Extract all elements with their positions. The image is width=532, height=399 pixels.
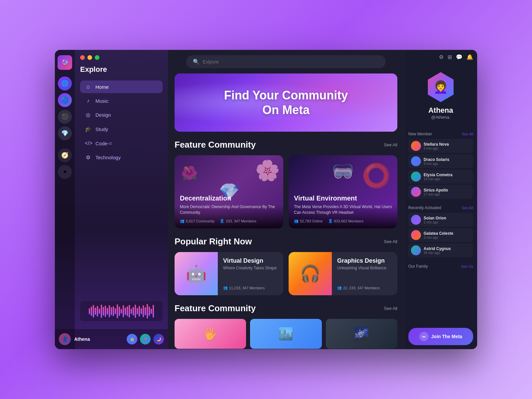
music-icon: ♪ [85, 98, 91, 104]
study-icon: 🎓 [85, 126, 91, 132]
vd-card-title: Virtual Design [223, 257, 278, 264]
nav-label-design: Design [95, 112, 111, 118]
search-bar[interactable]: 🔍 [186, 55, 386, 68]
feature-community-header: Feature Community See All [175, 140, 397, 150]
gd-card-subtitle: Unleashing Visual Brilliance [337, 266, 392, 270]
member-item-elysia[interactable]: Elysia Cometra 14 min ago [408, 170, 473, 184]
nav-item-design[interactable]: ◎ Design [80, 108, 163, 121]
traffic-lights [80, 55, 163, 60]
wave-bar [115, 308, 116, 314]
wave-bar [123, 305, 124, 317]
vd-card-subtitle: Where Creativity Takes Shape [223, 266, 278, 270]
settings-icon[interactable]: ⚙ [439, 54, 444, 60]
wave-bar [135, 305, 136, 318]
bell-icon[interactable]: 🔔 [466, 54, 473, 60]
footer-avatar-1[interactable]: 🤖 [127, 334, 137, 344]
decen-decoration: 🌸 [255, 159, 280, 182]
hero-banner: Find Your Community On Meta [175, 73, 397, 132]
user-profile: 👩‍🦱 Athena @Athena. [408, 67, 473, 125]
gd-card-title: Graphics Design [337, 257, 392, 264]
fbc1-figure: 🖐️ [175, 319, 246, 349]
card-decen-title: Decentralization [180, 195, 278, 202]
new-members-see-all[interactable]: See All [462, 132, 473, 136]
join-infinity-icon: ∞ [419, 332, 429, 341]
member-info-stellara: Stellara Nova 4 min ago [424, 142, 449, 150]
card-virtual-overlay: Virtual Environment The Meta Verse Provi… [289, 189, 397, 228]
popular-card-virtual-design[interactable]: 🤖 Virtual Design Where Creativity Takes … [175, 252, 283, 295]
feature-community2-header: Feature Community See All [175, 303, 397, 314]
member-time-draco: 9 min ago [424, 162, 449, 166]
popular-see-all[interactable]: See All [384, 239, 397, 244]
nav-item-music[interactable]: ♪ Music [80, 94, 163, 107]
main-content: 🔍 Find Your Community On Meta Feature Co… [168, 50, 404, 349]
member-item-draco[interactable]: Draco Solaris 9 min ago [408, 154, 473, 168]
vd-card-image: 🤖 [175, 252, 218, 295]
member-item-galatea[interactable]: Galatea Celeste 3 min ago [408, 228, 473, 242]
member-item-astrid[interactable]: Astrid Cygnus 34 min ago [408, 243, 473, 257]
card-decen-overlay: Decentralization More Democratic Ownersh… [175, 189, 283, 228]
app-logo: 🔮 [58, 55, 72, 70]
main-scroll[interactable]: Find Your Community On Meta Feature Comm… [168, 73, 404, 349]
sidebar-strip-eth[interactable]: 💎 [58, 126, 72, 140]
design-icon: ◎ [85, 112, 91, 118]
vd-figure: 🤖 [175, 252, 218, 295]
chat-icon[interactable]: 💬 [456, 54, 463, 60]
search-input[interactable] [203, 59, 379, 65]
recently-activated-see-all[interactable]: See All [462, 206, 473, 210]
grid-icon[interactable]: ⊞ [448, 54, 452, 60]
member-name-galatea: Galatea Celeste [424, 231, 453, 236]
sidebar-strip-orb1[interactable]: 🔵 [58, 93, 72, 107]
wave-bar [149, 307, 150, 316]
nav-item-technology[interactable]: ⚙ Technology [80, 151, 163, 164]
fbc-card-3[interactable]: 🌌 [326, 319, 397, 349]
wave-bar [147, 304, 148, 319]
wave-bar [129, 305, 130, 318]
traffic-light-yellow[interactable] [87, 55, 92, 60]
sidebar-strip-compass[interactable]: 🧭 [58, 148, 72, 162]
vd-card-members: 👥 11,233, 347 Members [223, 286, 278, 290]
popular-card-graphics-design[interactable]: 🎧 Graphics Design Unleashing Visual Bril… [289, 252, 397, 295]
wave-bar [153, 305, 154, 318]
footer-avatar-3[interactable]: 🌙 [153, 334, 164, 344]
wave-bar [131, 309, 132, 314]
decen-decoration2: 🌺 [181, 165, 198, 181]
nav-item-study[interactable]: 🎓 Study [80, 123, 163, 136]
member-time-stellara: 4 min ago [424, 147, 449, 150]
member-name-sirius: Sirius Apollo [424, 188, 448, 193]
member-item-solan[interactable]: Solan Orion 1 min ago [408, 213, 473, 227]
member-item-sirius[interactable]: Sirius Apollo 17 min ago [408, 185, 473, 199]
main-header: 🔍 [168, 50, 404, 73]
traffic-light-green[interactable] [95, 55, 99, 60]
sidebar-strip-nav[interactable]: ✦ [58, 165, 72, 179]
card-virtual-env[interactable]: ⭕ 🥽 Virtual Environment The Meta Verse P… [289, 155, 397, 228]
traffic-light-red[interactable] [80, 55, 85, 60]
join-button-label: Join The Meta [431, 334, 462, 339]
new-members-label: New Member [408, 132, 432, 136]
our-family-join-us[interactable]: Join Us [461, 264, 473, 268]
sidebar-strip-orb2[interactable]: ⚫ [58, 110, 72, 124]
feature-community2-see-all[interactable]: See All [384, 306, 397, 311]
sidebar-strip-home[interactable]: 🌐 [58, 76, 72, 90]
fbc-card-2[interactable]: 🏙️ [250, 319, 322, 349]
nav-item-code[interactable]: </> Code-= [80, 137, 163, 150]
wave-bar [127, 306, 128, 316]
profile-avatar-hex: 👩‍🦱 [426, 72, 456, 102]
member-item-stellara[interactable]: Stellara Nova 4 min ago [408, 139, 473, 153]
nav-item-home[interactable]: ⌂ Home [80, 80, 163, 93]
feature-community-cards: 🌸 🌺 💎 Decentralization More Democratic O… [175, 155, 397, 228]
new-members-section: New Member See All Stellara Nova 4 min a… [408, 132, 473, 200]
vd-card-info: Virtual Design Where Creativity Takes Sh… [218, 252, 283, 295]
virtual-figure: 🥽 [332, 160, 354, 182]
profile-avatar-emoji: 👩‍🦱 [433, 80, 448, 94]
card-decentralization[interactable]: 🌸 🌺 💎 Decentralization More Democratic O… [175, 155, 283, 228]
wave-bar [111, 307, 112, 315]
member-avatar-elysia [411, 172, 421, 182]
recently-activated-label: Recently Activated [408, 205, 441, 210]
member-time-sirius: 17 min ago [424, 193, 448, 196]
member-info-astrid: Astrid Cygnus 34 min ago [424, 246, 451, 255]
join-the-meta-button[interactable]: ∞ Join The Meta [408, 328, 473, 345]
feature-community-see-all[interactable]: See All [384, 142, 397, 147]
footer-avatar-2[interactable]: 👾 [140, 334, 151, 344]
fbc-card-1[interactable]: 🖐️ [175, 319, 246, 349]
explore-title: Explore [80, 65, 163, 74]
